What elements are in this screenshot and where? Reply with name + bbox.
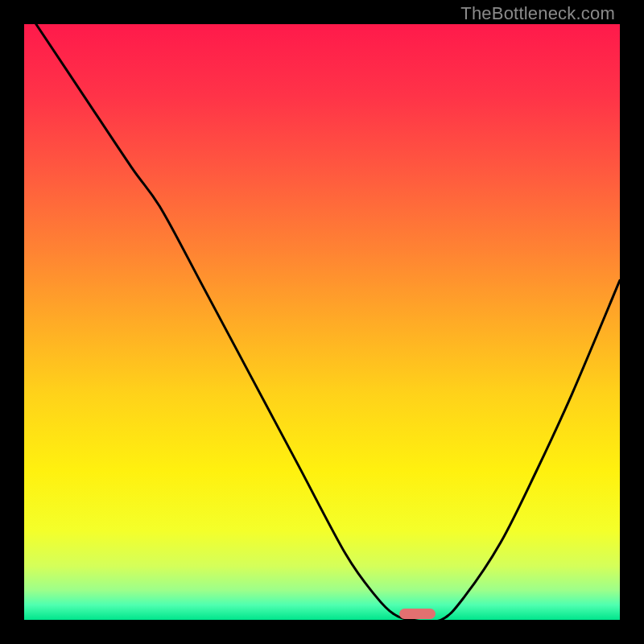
- plot-area: [24, 24, 620, 620]
- bottleneck-curve: [24, 24, 620, 620]
- watermark-text: TheBottleneck.com: [460, 3, 615, 24]
- frame: TheBottleneck.com: [0, 0, 644, 644]
- optimal-marker: [399, 609, 435, 619]
